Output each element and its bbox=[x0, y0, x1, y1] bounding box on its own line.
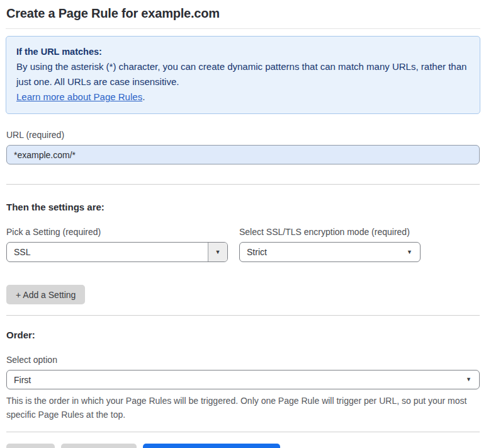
page-header: Create a Page Rule for example.com bbox=[6, 0, 480, 29]
ssl-mode-label: Select SSL/TLS encryption mode (required… bbox=[239, 227, 421, 237]
pick-setting-label: Pick a Setting (required) bbox=[6, 227, 228, 237]
order-section-heading: Order: bbox=[6, 330, 480, 340]
info-box-heading: If the URL matches: bbox=[16, 44, 470, 59]
learn-more-link[interactable]: Learn more about Page Rules bbox=[16, 91, 142, 102]
save-deploy-button[interactable]: Save and Deploy Page Rule bbox=[143, 444, 280, 448]
url-match-info-box: If the URL matches: By using the asteris… bbox=[6, 36, 480, 114]
chevron-down-icon: ▼ bbox=[466, 377, 472, 382]
select-arrow-button[interactable]: ▼ bbox=[208, 243, 227, 261]
page-title: Create a Page Rule for example.com bbox=[6, 6, 480, 21]
action-button-row: Cancel Save as Draft Save and Deploy Pag… bbox=[6, 444, 480, 448]
chevron-down-icon: ▼ bbox=[215, 250, 221, 255]
order-field-block: Select option First ▼ bbox=[6, 355, 480, 389]
ssl-mode-select[interactable]: Strict ▼ bbox=[239, 242, 421, 262]
link-suffix: . bbox=[142, 91, 145, 102]
url-field-block: URL (required) bbox=[6, 130, 480, 164]
url-field-label: URL (required) bbox=[6, 130, 480, 140]
page-rule-form: Create a Page Rule for example.com If th… bbox=[0, 0, 486, 448]
info-box-link-line: Learn more about Page Rules. bbox=[16, 89, 470, 105]
footer-divider bbox=[6, 432, 480, 432]
ssl-mode-field: Select SSL/TLS encryption mode (required… bbox=[239, 227, 421, 262]
cancel-button[interactable]: Cancel bbox=[6, 444, 55, 448]
section-divider bbox=[6, 315, 480, 316]
info-box-body: By using the asterisk (*) character, you… bbox=[16, 59, 470, 89]
select-arrow: ▼ bbox=[407, 250, 420, 255]
save-draft-button[interactable]: Save as Draft bbox=[61, 444, 137, 448]
order-select[interactable]: First ▼ bbox=[6, 370, 480, 389]
settings-section-heading: Then the settings are: bbox=[6, 202, 480, 212]
settings-select-row: Pick a Setting (required) SSL ▼ Select S… bbox=[6, 227, 480, 262]
order-select-value: First bbox=[7, 375, 466, 385]
chevron-down-icon: ▼ bbox=[407, 250, 412, 255]
pick-setting-field: Pick a Setting (required) SSL ▼ bbox=[6, 227, 228, 262]
section-divider bbox=[6, 184, 480, 185]
ssl-mode-value: Strict bbox=[240, 247, 407, 257]
select-arrow: ▼ bbox=[466, 377, 479, 382]
add-setting-button[interactable]: + Add a Setting bbox=[6, 285, 85, 304]
url-input[interactable] bbox=[6, 145, 480, 164]
pick-setting-select[interactable]: SSL ▼ bbox=[6, 242, 228, 262]
order-select-label: Select option bbox=[6, 355, 480, 365]
pick-setting-value: SSL bbox=[7, 247, 208, 257]
order-description: This is the order in which your Page Rul… bbox=[6, 394, 480, 422]
